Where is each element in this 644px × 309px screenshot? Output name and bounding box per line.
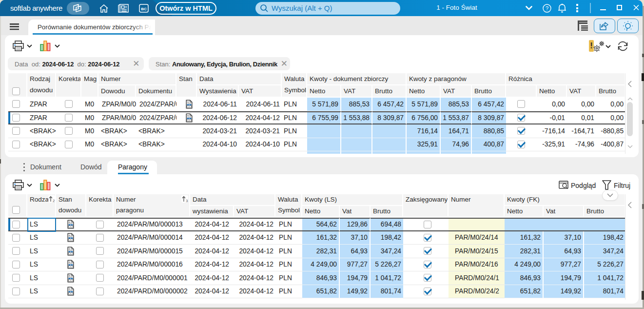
svg-text:2: 2	[53, 199, 55, 203]
svg-text:3: 3	[186, 199, 188, 203]
svg-text:BC: BC	[141, 7, 147, 11]
svg-text:?: ?	[546, 5, 548, 11]
